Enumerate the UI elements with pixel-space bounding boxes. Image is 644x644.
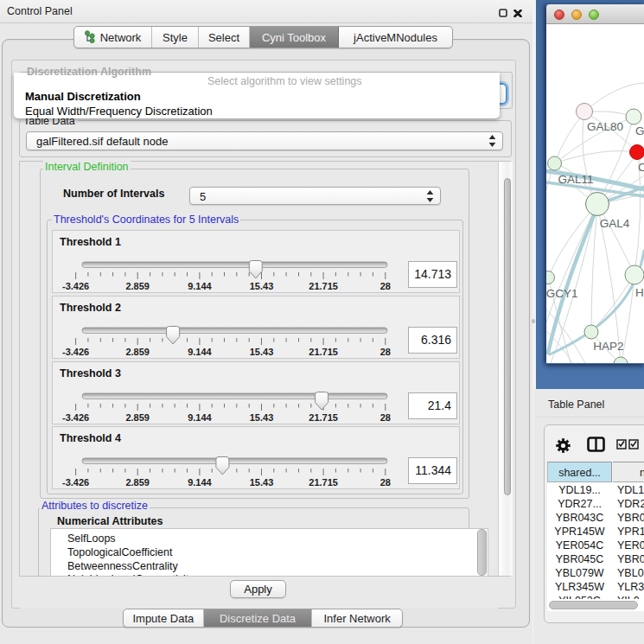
svg-text:HAP2: HAP2 <box>593 340 623 353</box>
svg-text:2.859: 2.859 <box>125 347 150 357</box>
svg-text:2.859: 2.859 <box>125 281 150 291</box>
svg-text:21.715: 21.715 <box>309 347 338 357</box>
svg-text:15.43: 15.43 <box>250 281 274 291</box>
svg-text:9.144: 9.144 <box>188 281 212 291</box>
svg-text:GCY1: GCY1 <box>546 287 577 300</box>
svg-text:28: 28 <box>380 347 391 357</box>
svg-text:C: C <box>638 161 644 174</box>
svg-text:GAL80: GAL80 <box>587 120 623 133</box>
svg-text:2.859: 2.859 <box>125 477 150 488</box>
svg-text:21.715: 21.715 <box>309 281 338 291</box>
svg-text:9.144: 9.144 <box>188 412 212 423</box>
svg-text:GAL11: GAL11 <box>558 173 593 186</box>
svg-text:2.859: 2.859 <box>125 412 150 423</box>
svg-text:H: H <box>635 286 644 299</box>
svg-text:9.144: 9.144 <box>188 477 212 488</box>
svg-text:-3.426: -3.426 <box>62 281 89 291</box>
svg-text:GAL4: GAL4 <box>600 217 630 230</box>
svg-text:-3.426: -3.426 <box>62 347 89 357</box>
svg-text:15.43: 15.43 <box>250 412 274 423</box>
svg-text:21.715: 21.715 <box>309 412 338 423</box>
svg-text:-3.426: -3.426 <box>62 412 89 423</box>
svg-text:21.715: 21.715 <box>309 477 338 488</box>
svg-text:9.144: 9.144 <box>188 347 212 357</box>
svg-text:28: 28 <box>380 281 391 291</box>
svg-text:15.43: 15.43 <box>250 477 274 488</box>
svg-text:15.43: 15.43 <box>250 347 274 357</box>
svg-text:-3.426: -3.426 <box>62 477 89 488</box>
svg-text:28: 28 <box>380 412 391 423</box>
svg-text:G...: G... <box>635 124 644 137</box>
svg-text:28: 28 <box>380 477 391 488</box>
